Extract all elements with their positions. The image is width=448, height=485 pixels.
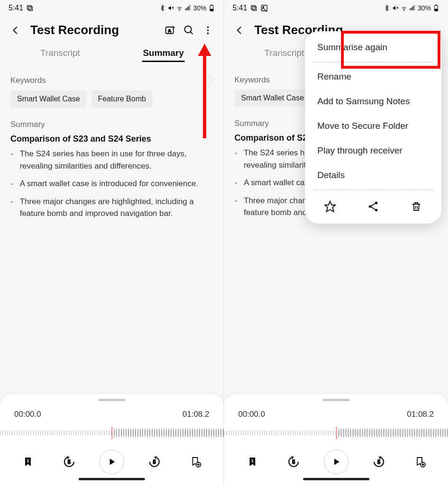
gallery-indicator-icon <box>260 4 268 12</box>
play-icon <box>107 457 116 467</box>
wifi-icon <box>176 5 183 11</box>
bookmark-icon: 1 <box>247 456 258 467</box>
more-vertical-icon <box>203 25 213 36</box>
back-button[interactable] <box>9 23 23 37</box>
time-row: 00:00.0 01:08.2 <box>0 410 224 419</box>
svg-rect-40 <box>436 5 437 5</box>
total-time: 01:08.2 <box>182 410 209 419</box>
svg-marker-23 <box>110 458 115 465</box>
keyword-chip[interactable]: Smart Wallet Case <box>10 90 87 108</box>
app-indicator-icon <box>250 4 258 12</box>
menu-details[interactable]: Details <box>305 163 441 188</box>
svg-rect-37 <box>412 7 413 10</box>
status-time: 5:41 <box>9 4 23 12</box>
forward-button[interactable]: 5 <box>368 451 390 473</box>
screen-menu-open: 5:41 30% Test Recording Transcript <box>224 0 448 485</box>
svg-text:5: 5 <box>68 459 71 465</box>
waveform[interactable] <box>224 429 448 441</box>
forward-5-icon: 5 <box>147 455 161 469</box>
rewind-5-icon: 5 <box>287 455 301 469</box>
tab-summary[interactable]: Summary <box>112 45 215 61</box>
info-icon[interactable]: ! <box>203 75 213 86</box>
waveform[interactable] <box>0 429 224 441</box>
drag-handle[interactable] <box>323 399 350 401</box>
menu-separator <box>314 189 433 190</box>
drag-handle[interactable] <box>98 399 125 401</box>
tabs: Transcript Summary <box>0 40 224 67</box>
back-button[interactable] <box>233 23 247 37</box>
forward-5-icon: 5 <box>372 455 386 469</box>
svg-text:1: 1 <box>251 458 253 463</box>
menu-play-receiver[interactable]: Play through receiver <box>305 138 441 163</box>
keyword-chips: Smart Wallet Case Feature Bomb <box>10 90 213 108</box>
svg-point-16 <box>207 26 209 28</box>
total-time: 01:08.2 <box>407 410 434 419</box>
svg-rect-5 <box>185 9 186 10</box>
svg-line-15 <box>190 32 193 34</box>
wifi-icon <box>401 5 407 11</box>
menu-summarise-again[interactable]: Summarise again <box>305 35 441 60</box>
bookmark-button[interactable]: 1 <box>242 451 263 473</box>
svg-rect-10 <box>211 5 213 5</box>
rewind-button[interactable]: 5 <box>58 451 80 473</box>
more-button[interactable] <box>201 23 215 37</box>
keyword-chip[interactable]: Smart Wallet Case <box>234 90 311 107</box>
player-panel[interactable]: 00:00.0 01:08.2 1 5 5 <box>0 394 224 485</box>
battery-percent: 30% <box>418 4 431 12</box>
menu-share-button[interactable] <box>365 198 382 215</box>
svg-rect-35 <box>410 9 411 10</box>
add-bookmark-button[interactable] <box>185 451 206 473</box>
signal-icon <box>185 5 191 11</box>
svg-rect-30 <box>261 5 267 11</box>
svg-rect-0 <box>27 6 31 9</box>
summary-point: Three major changes are highlighted, inc… <box>10 196 213 220</box>
status-bar: 5:41 30% <box>224 0 448 13</box>
menu-secure-folder[interactable]: Move to Secure Folder <box>305 114 441 138</box>
bookmark-button[interactable]: 1 <box>17 451 39 473</box>
svg-rect-11 <box>210 9 213 11</box>
rewind-button[interactable]: 5 <box>283 451 305 473</box>
app-indicator-icon <box>26 4 34 12</box>
add-bookmark-button[interactable] <box>409 451 431 473</box>
bookmark-add-icon <box>414 456 426 467</box>
menu-rename[interactable]: Rename <box>305 64 441 89</box>
overflow-menu: Summarise again Rename Add to Samsung No… <box>305 31 441 224</box>
svg-text:5: 5 <box>292 459 295 465</box>
summary-list: The S24 series has been in use for three… <box>10 148 213 220</box>
home-indicator[interactable] <box>303 478 369 480</box>
play-button[interactable] <box>99 449 124 474</box>
battery-percent: 30% <box>193 4 206 12</box>
player-panel[interactable]: 00:00.0 01:08.2 1 5 5 <box>224 394 448 485</box>
search-button[interactable] <box>182 23 196 37</box>
tab-transcript[interactable]: Transcript <box>9 45 112 61</box>
bookmark-add-icon <box>190 456 201 467</box>
keyword-chip[interactable]: Feature Bomb <box>91 90 152 108</box>
home-indicator[interactable] <box>79 478 145 480</box>
keywords-label: Keywords <box>234 75 270 85</box>
svg-text:A: A <box>168 28 171 33</box>
menu-separator <box>314 62 433 63</box>
trash-icon <box>411 201 422 212</box>
chevron-left-icon <box>234 25 245 36</box>
transcribe-button[interactable]: A <box>163 23 177 37</box>
svg-text:1: 1 <box>27 458 29 463</box>
current-time: 00:00.0 <box>14 410 41 419</box>
play-icon <box>332 457 341 467</box>
svg-rect-1 <box>28 7 32 10</box>
player-controls: 1 5 5 <box>0 447 224 475</box>
bluetooth-icon <box>384 5 390 11</box>
svg-text:5: 5 <box>377 459 380 465</box>
menu-delete-button[interactable] <box>408 198 425 215</box>
menu-favorite-button[interactable] <box>322 198 339 215</box>
battery-icon <box>433 5 439 11</box>
play-button[interactable] <box>324 449 349 474</box>
forward-button[interactable]: 5 <box>143 451 165 473</box>
rewind-5-icon: 5 <box>62 455 76 469</box>
svg-rect-8 <box>189 5 190 10</box>
svg-rect-28 <box>251 6 255 9</box>
menu-add-notes[interactable]: Add to Samsung Notes <box>305 89 441 114</box>
mute-icon <box>168 5 174 11</box>
header: Test Recording A <box>0 13 224 40</box>
svg-point-31 <box>263 7 264 8</box>
keywords-label-row: Keywords ! <box>10 75 213 86</box>
